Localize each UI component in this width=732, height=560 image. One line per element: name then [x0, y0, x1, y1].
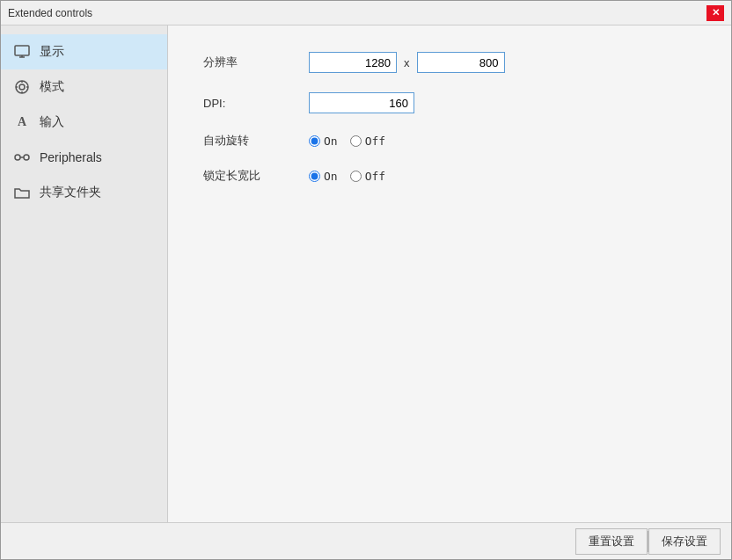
window-title: Extended controls	[8, 7, 92, 19]
sidebar: 显示 模式 A 输入	[1, 25, 168, 522]
lock-aspect-label: 锁定长宽比	[203, 168, 309, 184]
lock-aspect-on-label: On	[324, 170, 338, 183]
content-area: 显示 模式 A 输入	[1, 25, 731, 522]
dpi-row: DPI:	[203, 92, 696, 113]
svg-point-3	[16, 81, 28, 93]
resolution-width-input[interactable]	[309, 52, 397, 73]
sidebar-label-mode: 模式	[40, 79, 64, 95]
close-button[interactable]: ✕	[706, 5, 724, 21]
shared-folder-icon	[13, 184, 31, 201]
svg-point-9	[15, 155, 20, 160]
auto-rotate-row: 自动旋转 On Off	[203, 133, 696, 149]
svg-point-11	[24, 155, 29, 160]
lock-aspect-off-radio[interactable]	[350, 171, 362, 182]
mode-icon	[13, 78, 31, 96]
auto-rotate-on-label: On	[324, 135, 338, 148]
lock-aspect-off-option[interactable]: Off	[350, 170, 385, 183]
svg-point-4	[19, 84, 25, 90]
auto-rotate-off-option[interactable]: Off	[350, 135, 385, 148]
dpi-label: DPI:	[203, 97, 309, 110]
sidebar-label-display: 显示	[40, 44, 64, 60]
lock-aspect-off-label: Off	[365, 170, 385, 183]
display-icon	[13, 43, 31, 61]
auto-rotate-off-label: Off	[365, 135, 385, 148]
auto-rotate-on-radio[interactable]	[309, 135, 320, 147]
window: Extended controls ✕ 显示	[0, 0, 732, 560]
lock-aspect-on-option[interactable]: On	[309, 170, 338, 183]
main-panel: 分辨率 x DPI: 自动旋转	[168, 25, 731, 522]
resolution-label: 分辨率	[203, 55, 309, 70]
auto-rotate-off-radio[interactable]	[350, 135, 362, 147]
sidebar-label-input: 输入	[40, 114, 64, 130]
peripherals-icon	[13, 149, 31, 166]
auto-rotate-controls: On Off	[309, 135, 385, 148]
resolution-height-input[interactable]	[417, 52, 505, 73]
auto-rotate-label: 自动旋转	[203, 133, 309, 149]
auto-rotate-on-option[interactable]: On	[309, 135, 338, 148]
resolution-x-label: x	[404, 56, 410, 69]
resolution-row: 分辨率 x	[203, 52, 696, 73]
save-button[interactable]: 保存设置	[648, 528, 721, 555]
sidebar-item-mode[interactable]: 模式	[1, 69, 167, 105]
sidebar-item-shared-folder[interactable]: 共享文件夹	[1, 175, 167, 210]
sidebar-label-peripherals: Peripherals	[40, 150, 102, 164]
sidebar-item-input[interactable]: A 输入	[1, 105, 167, 140]
lock-aspect-on-radio[interactable]	[309, 171, 320, 182]
svg-rect-0	[15, 46, 29, 55]
lock-aspect-row: 锁定长宽比 On Off	[203, 168, 696, 184]
reset-button[interactable]: 重置设置	[575, 528, 648, 555]
titlebar: Extended controls ✕	[1, 1, 731, 25]
sidebar-label-shared-folder: 共享文件夹	[40, 185, 101, 200]
lock-aspect-controls: On Off	[309, 170, 385, 183]
sidebar-item-display[interactable]: 显示	[1, 34, 167, 69]
footer: 重置设置 保存设置	[1, 522, 731, 559]
dpi-controls	[309, 92, 414, 113]
dpi-input[interactable]	[309, 92, 414, 113]
resolution-controls: x	[309, 52, 505, 73]
sidebar-item-peripherals[interactable]: Peripherals	[1, 140, 167, 175]
input-icon: A	[13, 113, 31, 131]
